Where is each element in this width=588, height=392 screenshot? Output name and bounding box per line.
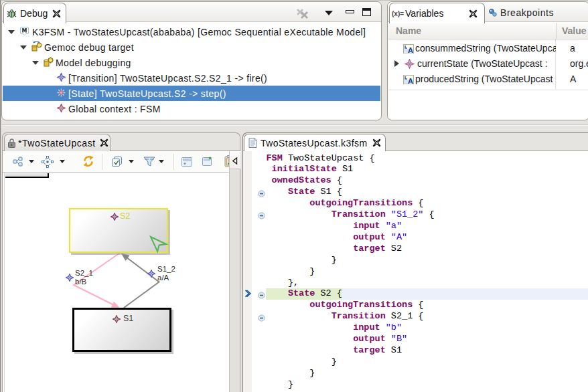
- svg-text:A: A: [408, 46, 413, 54]
- svg-text:A: A: [408, 77, 413, 85]
